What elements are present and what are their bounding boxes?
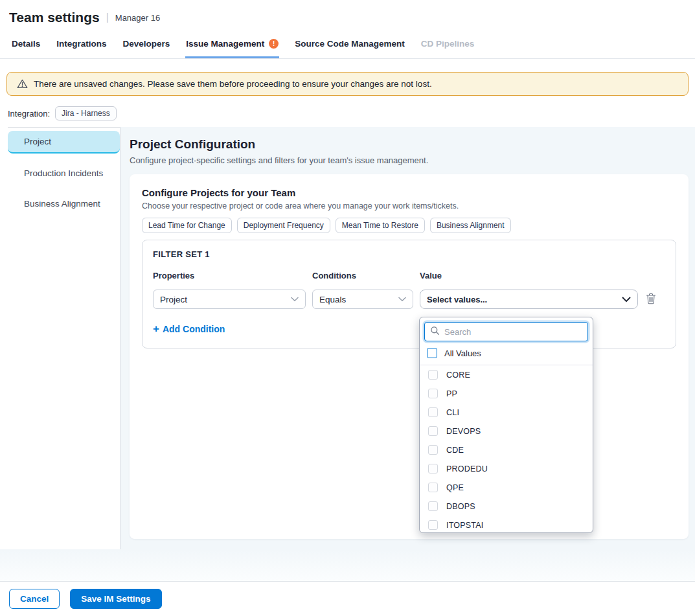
sidebar-item-project[interactable]: Project bbox=[8, 131, 120, 154]
option-pp[interactable]: PP bbox=[420, 384, 593, 403]
filter-condition-row: Project Equals Select valu bbox=[153, 290, 665, 309]
all-values-checkbox[interactable] bbox=[427, 348, 437, 358]
metric-tags: Lead Time for Change Deployment Frequenc… bbox=[142, 218, 676, 233]
page-title: Team settings bbox=[9, 10, 100, 25]
tab-cd-pipelines: CD Pipelines bbox=[420, 33, 475, 58]
sidebar-divider bbox=[8, 127, 120, 128]
option-label: CLI bbox=[446, 408, 459, 417]
plus-icon: + bbox=[153, 323, 159, 334]
main-panel: Project Configuration Configure project-… bbox=[120, 127, 695, 549]
page-header: Team settings | Manager 16 bbox=[0, 0, 695, 33]
sidebar-item-production-incidents[interactable]: Production Incidents bbox=[8, 163, 120, 184]
option-prodedu[interactable]: PRODEDU bbox=[420, 459, 593, 478]
options-list: CORE PP CLI DEVOPS CDE PRODEDU bbox=[420, 365, 593, 532]
metric-tag-deployment-frequency[interactable]: Deployment Frequency bbox=[237, 218, 330, 233]
option-checkbox[interactable] bbox=[428, 370, 438, 380]
option-devops[interactable]: DEVOPS bbox=[420, 422, 593, 440]
chevron-down-icon bbox=[398, 297, 406, 302]
delete-filter-button[interactable] bbox=[644, 291, 660, 308]
tab-bar: Details Integrations Developers Issue Ma… bbox=[0, 33, 695, 59]
property-select[interactable]: Project bbox=[153, 290, 306, 309]
option-checkbox[interactable] bbox=[428, 445, 438, 455]
banner-message: There are unsaved changes. Please save t… bbox=[34, 79, 432, 89]
integration-chip[interactable]: Jira - Harness bbox=[55, 106, 117, 120]
option-checkbox[interactable] bbox=[428, 483, 438, 492]
sidebar-item-business-alignment[interactable]: Business Alignment bbox=[8, 193, 120, 214]
chevron-down-icon bbox=[622, 297, 631, 302]
chevron-down-icon bbox=[291, 297, 299, 302]
metric-tag-mean-time-to-restore[interactable]: Mean Time to Restore bbox=[336, 218, 425, 233]
option-checkbox[interactable] bbox=[428, 520, 438, 530]
settings-sidebar: Project Production Incidents Business Al… bbox=[0, 127, 120, 549]
option-cli[interactable]: CLI bbox=[420, 403, 593, 422]
option-label: ITOPSTAI bbox=[446, 521, 483, 530]
option-label: CORE bbox=[446, 371, 470, 380]
option-checkbox[interactable] bbox=[428, 407, 438, 417]
card-title: Configure Projects for your Team bbox=[142, 187, 676, 198]
search-input[interactable] bbox=[444, 327, 582, 337]
section-description: Configure project-specific settings and … bbox=[130, 155, 689, 165]
metric-tag-business-alignment[interactable]: Business Alignment bbox=[430, 218, 511, 233]
option-label: CDE bbox=[446, 446, 464, 455]
tab-developers[interactable]: Developers bbox=[122, 33, 171, 58]
option-label: DBOPS bbox=[446, 502, 475, 511]
add-condition-label: Add Condition bbox=[163, 324, 225, 334]
option-checkbox[interactable] bbox=[428, 389, 438, 398]
alert-badge: ! bbox=[269, 39, 279, 49]
option-label: PP bbox=[446, 389, 457, 398]
option-core[interactable]: CORE bbox=[420, 365, 593, 384]
option-label: PRODEDU bbox=[446, 464, 488, 473]
option-label: QPE bbox=[446, 483, 464, 492]
option-checkbox[interactable] bbox=[428, 426, 438, 436]
filter-set-1: FILTER SET 1 Properties Conditions Value… bbox=[142, 240, 676, 348]
trash-icon bbox=[646, 293, 656, 306]
configure-projects-card: Configure Projects for your Team Choose … bbox=[130, 174, 689, 539]
tab-issue-management[interactable]: Issue Management ! bbox=[185, 33, 279, 58]
team-settings-page: Team settings | Manager 16 Details Integ… bbox=[0, 0, 695, 616]
search-icon bbox=[430, 326, 440, 338]
select-all-option[interactable]: All Values bbox=[420, 345, 593, 365]
option-label: DEVOPS bbox=[446, 427, 481, 436]
integration-row: Integration: Jira - Harness bbox=[8, 106, 695, 120]
option-dbops[interactable]: DBOPS bbox=[420, 497, 593, 516]
option-qpe[interactable]: QPE bbox=[420, 478, 593, 497]
value-dropdown-panel: All Values CORE PP CLI DEVOPS CDE bbox=[419, 317, 593, 533]
filter-set-title: FILTER SET 1 bbox=[153, 249, 665, 259]
condition-select-value: Equals bbox=[319, 295, 346, 304]
title-separator: | bbox=[106, 12, 109, 23]
integration-label: Integration: bbox=[8, 109, 50, 119]
tab-details[interactable]: Details bbox=[11, 33, 41, 58]
option-checkbox[interactable] bbox=[428, 464, 438, 473]
dropdown-search[interactable] bbox=[424, 322, 588, 341]
column-header-conditions: Conditions bbox=[312, 271, 413, 280]
column-header-properties: Properties bbox=[153, 271, 306, 280]
footer-spacer bbox=[0, 549, 695, 581]
section-title: Project Configuration bbox=[130, 137, 689, 152]
tab-label: Issue Management bbox=[186, 39, 264, 49]
property-select-value: Project bbox=[160, 295, 187, 304]
card-description: Choose your respective project or code a… bbox=[142, 201, 676, 211]
save-im-settings-button[interactable]: Save IM Settings bbox=[70, 589, 161, 609]
condition-select[interactable]: Equals bbox=[312, 290, 413, 309]
unsaved-changes-banner: There are unsaved changes. Please save t… bbox=[6, 72, 689, 96]
value-multiselect[interactable]: Select values... bbox=[420, 290, 638, 309]
option-itopstai[interactable]: ITOPSTAI bbox=[420, 516, 593, 532]
action-footer: Cancel Save IM Settings bbox=[0, 581, 695, 616]
add-condition-button[interactable]: + Add Condition bbox=[153, 323, 225, 334]
value-select-placeholder: Select values... bbox=[427, 295, 487, 304]
metric-tag-lead-time-for-change[interactable]: Lead Time for Change bbox=[142, 218, 232, 233]
option-cde[interactable]: CDE bbox=[420, 440, 593, 459]
option-checkbox[interactable] bbox=[428, 501, 438, 511]
cancel-button[interactable]: Cancel bbox=[9, 589, 60, 609]
warning-icon bbox=[17, 79, 28, 89]
all-values-label: All Values bbox=[444, 348, 481, 358]
column-header-value: Value bbox=[420, 271, 638, 280]
tab-source-code-management[interactable]: Source Code Management bbox=[294, 33, 405, 58]
filter-column-headers: Properties Conditions Value bbox=[153, 259, 665, 280]
tab-integrations[interactable]: Integrations bbox=[56, 33, 107, 58]
page-subtitle: Manager 16 bbox=[115, 13, 160, 23]
